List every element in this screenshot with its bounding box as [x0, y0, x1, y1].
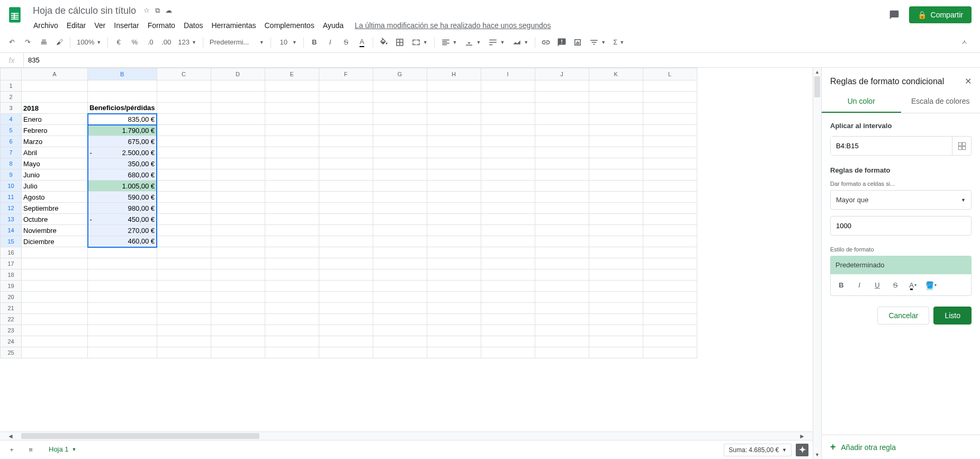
cell-B19[interactable] [88, 281, 157, 292]
cell-C1[interactable] [157, 80, 211, 92]
cell-A5[interactable]: Febrero [22, 125, 88, 136]
cell-I20[interactable] [481, 292, 535, 303]
menu-complementos[interactable]: Complementos [260, 19, 318, 32]
cell-A14[interactable]: Noviembre [22, 225, 88, 236]
cell-F22[interactable] [319, 314, 373, 325]
cell-E7[interactable] [265, 147, 319, 158]
cell-L19[interactable] [643, 281, 697, 292]
cell-F15[interactable] [319, 236, 373, 247]
cell-H16[interactable] [427, 247, 481, 258]
cell-L17[interactable] [643, 258, 697, 269]
sheets-logo[interactable] [4, 4, 25, 25]
cell-J5[interactable] [535, 125, 589, 136]
cell-B13[interactable]: -450,00 € [88, 214, 157, 225]
cell-A12[interactable]: Septiembre [22, 203, 88, 214]
cell-H3[interactable] [427, 103, 481, 114]
cell-H19[interactable] [427, 281, 481, 292]
cell-E9[interactable] [265, 169, 319, 181]
cell-K9[interactable] [589, 169, 643, 181]
cell-L9[interactable] [643, 169, 697, 181]
row-header-6[interactable]: 6 [1, 136, 22, 147]
vscroll[interactable]: ▲ ▼ [813, 68, 821, 459]
col-header-B[interactable]: B [88, 68, 157, 80]
cell-H15[interactable] [427, 236, 481, 247]
cell-K19[interactable] [589, 281, 643, 292]
collapse-toolbar-button[interactable]: ㅅ [957, 35, 972, 50]
all-sheets-button[interactable]: ≡ [23, 443, 38, 457]
row-header-23[interactable]: 23 [1, 325, 22, 336]
cell-E22[interactable] [265, 314, 319, 325]
cell-E6[interactable] [265, 136, 319, 147]
close-panel-button[interactable]: ✕ [965, 76, 972, 86]
cell-E10[interactable] [265, 181, 319, 192]
select-all-corner[interactable] [1, 68, 22, 80]
row-header-8[interactable]: 8 [1, 158, 22, 169]
cell-D9[interactable] [211, 169, 265, 181]
cell-A8[interactable]: Mayo [22, 158, 88, 169]
cell-K22[interactable] [589, 314, 643, 325]
row-header-22[interactable]: 22 [1, 314, 22, 325]
cell-K8[interactable] [589, 158, 643, 169]
merge-button[interactable]: ▼ [408, 35, 431, 50]
cell-L4[interactable] [643, 114, 697, 125]
cell-A3[interactable]: 2018 [22, 103, 88, 114]
cell-B17[interactable] [88, 258, 157, 269]
cell-B4[interactable]: 835,00 € [88, 114, 157, 125]
paint-format-button[interactable]: 🖌 [52, 35, 67, 50]
cell-J7[interactable] [535, 147, 589, 158]
doc-title[interactable]: Hoja de cálculo sin título [30, 4, 139, 17]
style-strike-button[interactable]: S [887, 276, 904, 293]
cell-D15[interactable] [211, 236, 265, 247]
increase-decimal-button[interactable]: .00 [159, 35, 174, 50]
cell-H1[interactable] [427, 80, 481, 92]
cell-E23[interactable] [265, 325, 319, 336]
cell-C14[interactable] [157, 225, 211, 236]
menu-editar[interactable]: Editar [63, 19, 90, 32]
cell-J25[interactable] [535, 347, 589, 358]
hscroll-track[interactable] [21, 432, 792, 440]
cell-F7[interactable] [319, 147, 373, 158]
cell-D16[interactable] [211, 247, 265, 258]
cell-E5[interactable] [265, 125, 319, 136]
cell-E19[interactable] [265, 281, 319, 292]
cell-F8[interactable] [319, 158, 373, 169]
cell-E21[interactable] [265, 303, 319, 314]
move-icon[interactable]: ⧉ [155, 6, 160, 15]
cell-E15[interactable] [265, 236, 319, 247]
rotate-button[interactable]: ▼ [509, 35, 532, 50]
cell-J19[interactable] [535, 281, 589, 292]
cell-D10[interactable] [211, 181, 265, 192]
cell-L3[interactable] [643, 103, 697, 114]
row-header-14[interactable]: 14 [1, 225, 22, 236]
hscroll-left[interactable]: ◄ [0, 432, 21, 440]
cell-G7[interactable] [373, 147, 427, 158]
cell-F19[interactable] [319, 281, 373, 292]
cell-A22[interactable] [22, 314, 88, 325]
cell-I15[interactable] [481, 236, 535, 247]
cell-L21[interactable] [643, 303, 697, 314]
cell-A20[interactable] [22, 292, 88, 303]
cell-A1[interactable] [22, 80, 88, 92]
cell-K10[interactable] [589, 181, 643, 192]
cell-C3[interactable] [157, 103, 211, 114]
cell-H23[interactable] [427, 325, 481, 336]
cell-B16[interactable] [88, 247, 157, 258]
add-rule-button[interactable]: + Añadir otra regla [822, 435, 980, 459]
cell-C11[interactable] [157, 192, 211, 203]
cell-F21[interactable] [319, 303, 373, 314]
cell-I18[interactable] [481, 269, 535, 281]
cell-H18[interactable] [427, 269, 481, 281]
cell-I14[interactable] [481, 225, 535, 236]
col-header-E[interactable]: E [265, 68, 319, 80]
cell-B25[interactable] [88, 347, 157, 358]
cell-B14[interactable]: 270,00 € [88, 225, 157, 236]
percent-button[interactable]: % [127, 35, 142, 50]
cell-K5[interactable] [589, 125, 643, 136]
cell-F18[interactable] [319, 269, 373, 281]
cell-I11[interactable] [481, 192, 535, 203]
cell-C18[interactable] [157, 269, 211, 281]
cell-B9[interactable]: 680,00 € [88, 169, 157, 181]
cell-K14[interactable] [589, 225, 643, 236]
summary-dropdown[interactable]: Suma: 4.685,00 € ▼ [724, 444, 792, 456]
cell-D11[interactable] [211, 192, 265, 203]
